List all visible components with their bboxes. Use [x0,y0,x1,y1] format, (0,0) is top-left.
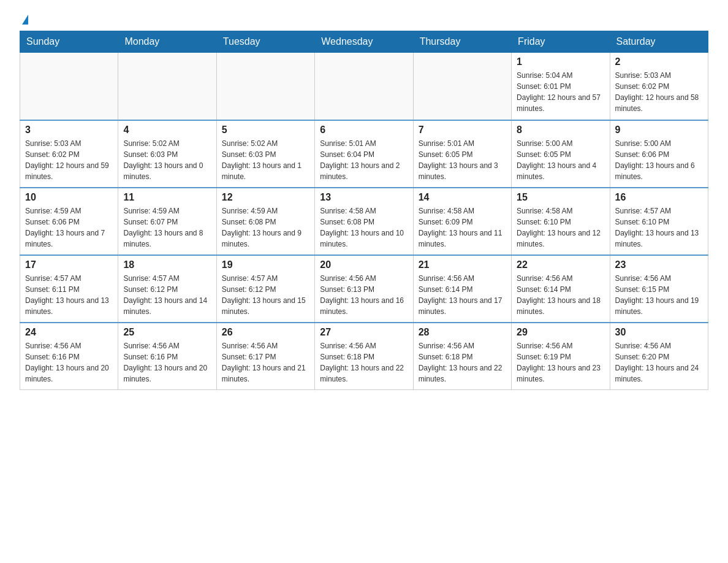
day-info: Sunrise: 5:00 AM Sunset: 6:05 PM Dayligh… [517,138,604,182]
calendar-cell: 25Sunrise: 4:56 AM Sunset: 6:16 PM Dayli… [118,323,216,390]
weekday-header-wednesday: Wednesday [315,31,413,53]
day-number: 28 [419,327,506,338]
calendar-cell [413,53,511,120]
day-info: Sunrise: 4:56 AM Sunset: 6:14 PM Dayligh… [517,273,604,317]
day-number: 13 [320,192,408,203]
calendar-cell: 15Sunrise: 4:58 AM Sunset: 6:10 PM Dayli… [512,188,610,255]
day-number: 1 [517,56,604,67]
weekday-header-monday: Monday [118,31,216,53]
day-info: Sunrise: 4:58 AM Sunset: 6:09 PM Dayligh… [419,205,506,250]
calendar-cell: 13Sunrise: 4:58 AM Sunset: 6:08 PM Dayli… [315,188,413,255]
day-info: Sunrise: 5:02 AM Sunset: 6:03 PM Dayligh… [222,138,309,182]
calendar-cell: 14Sunrise: 4:58 AM Sunset: 6:09 PM Dayli… [413,188,511,255]
calendar-cell: 1Sunrise: 5:04 AM Sunset: 6:01 PM Daylig… [512,53,610,120]
calendar-cell [20,53,118,120]
day-number: 22 [517,259,604,270]
day-number: 27 [320,327,408,338]
calendar-cell: 4Sunrise: 5:02 AM Sunset: 6:03 PM Daylig… [118,120,216,188]
calendar-cell: 6Sunrise: 5:01 AM Sunset: 6:04 PM Daylig… [315,120,413,188]
calendar-cell: 12Sunrise: 4:59 AM Sunset: 6:08 PM Dayli… [216,188,314,255]
calendar-table: SundayMondayTuesdayWednesdayThursdayFrid… [20,31,708,390]
calendar-cell: 16Sunrise: 4:57 AM Sunset: 6:10 PM Dayli… [610,188,708,255]
day-info: Sunrise: 4:59 AM Sunset: 6:07 PM Dayligh… [123,205,211,250]
page-header [20,15,708,25]
calendar-cell: 26Sunrise: 4:56 AM Sunset: 6:17 PM Dayli… [216,323,314,390]
calendar-cell: 7Sunrise: 5:01 AM Sunset: 6:05 PM Daylig… [413,120,511,188]
day-info: Sunrise: 5:03 AM Sunset: 6:02 PM Dayligh… [615,70,703,114]
calendar-cell: 11Sunrise: 4:59 AM Sunset: 6:07 PM Dayli… [118,188,216,255]
day-number: 25 [123,327,211,338]
day-info: Sunrise: 4:57 AM Sunset: 6:12 PM Dayligh… [123,273,211,317]
calendar-cell [118,53,216,120]
day-info: Sunrise: 4:57 AM Sunset: 6:10 PM Dayligh… [615,205,703,250]
day-number: 5 [222,124,309,136]
day-number: 3 [25,124,113,136]
calendar-cell [315,53,413,120]
day-info: Sunrise: 5:01 AM Sunset: 6:04 PM Dayligh… [320,138,408,182]
calendar-cell: 28Sunrise: 4:56 AM Sunset: 6:18 PM Dayli… [413,323,511,390]
weekday-header-saturday: Saturday [610,31,708,53]
calendar-cell: 21Sunrise: 4:56 AM Sunset: 6:14 PM Dayli… [413,255,511,323]
day-number: 15 [517,192,604,203]
calendar-cell: 30Sunrise: 4:56 AM Sunset: 6:20 PM Dayli… [610,323,708,390]
calendar-week-row: 24Sunrise: 4:56 AM Sunset: 6:16 PM Dayli… [20,323,708,390]
day-number: 23 [615,259,703,270]
day-number: 10 [25,192,113,203]
calendar-cell: 17Sunrise: 4:57 AM Sunset: 6:11 PM Dayli… [20,255,118,323]
calendar-body: 1Sunrise: 5:04 AM Sunset: 6:01 PM Daylig… [20,53,708,390]
day-info: Sunrise: 4:56 AM Sunset: 6:18 PM Dayligh… [419,340,506,385]
day-number: 24 [25,327,113,338]
day-info: Sunrise: 4:56 AM Sunset: 6:18 PM Dayligh… [320,340,408,385]
calendar-cell: 22Sunrise: 4:56 AM Sunset: 6:14 PM Dayli… [512,255,610,323]
day-number: 7 [419,124,506,136]
day-number: 19 [222,259,309,270]
logo [20,15,28,25]
day-info: Sunrise: 4:57 AM Sunset: 6:12 PM Dayligh… [222,273,309,317]
day-info: Sunrise: 4:56 AM Sunset: 6:16 PM Dayligh… [123,340,211,385]
weekday-header-row: SundayMondayTuesdayWednesdayThursdayFrid… [20,31,708,53]
day-info: Sunrise: 4:56 AM Sunset: 6:14 PM Dayligh… [419,273,506,317]
day-info: Sunrise: 4:58 AM Sunset: 6:08 PM Dayligh… [320,205,408,250]
calendar-cell: 9Sunrise: 5:00 AM Sunset: 6:06 PM Daylig… [610,120,708,188]
day-number: 26 [222,327,309,338]
calendar-cell: 10Sunrise: 4:59 AM Sunset: 6:06 PM Dayli… [20,188,118,255]
day-info: Sunrise: 5:03 AM Sunset: 6:02 PM Dayligh… [25,138,113,182]
day-number: 9 [615,124,703,136]
calendar-cell: 18Sunrise: 4:57 AM Sunset: 6:12 PM Dayli… [118,255,216,323]
day-info: Sunrise: 4:56 AM Sunset: 6:19 PM Dayligh… [517,340,604,385]
calendar-week-row: 3Sunrise: 5:03 AM Sunset: 6:02 PM Daylig… [20,120,708,188]
day-number: 17 [25,259,113,270]
day-info: Sunrise: 4:56 AM Sunset: 6:17 PM Dayligh… [222,340,309,385]
day-info: Sunrise: 4:59 AM Sunset: 6:06 PM Dayligh… [25,205,113,250]
day-info: Sunrise: 5:04 AM Sunset: 6:01 PM Dayligh… [517,70,604,114]
calendar-week-row: 1Sunrise: 5:04 AM Sunset: 6:01 PM Daylig… [20,53,708,120]
day-number: 2 [615,56,703,67]
day-number: 4 [123,124,211,136]
calendar-cell: 27Sunrise: 4:56 AM Sunset: 6:18 PM Dayli… [315,323,413,390]
day-number: 6 [320,124,408,136]
calendar-cell: 3Sunrise: 5:03 AM Sunset: 6:02 PM Daylig… [20,120,118,188]
day-number: 14 [419,192,506,203]
calendar-cell: 24Sunrise: 4:56 AM Sunset: 6:16 PM Dayli… [20,323,118,390]
calendar-header: SundayMondayTuesdayWednesdayThursdayFrid… [20,31,708,53]
calendar-cell: 19Sunrise: 4:57 AM Sunset: 6:12 PM Dayli… [216,255,314,323]
day-info: Sunrise: 4:58 AM Sunset: 6:10 PM Dayligh… [517,205,604,250]
day-number: 30 [615,327,703,338]
calendar-cell: 23Sunrise: 4:56 AM Sunset: 6:15 PM Dayli… [610,255,708,323]
day-info: Sunrise: 4:59 AM Sunset: 6:08 PM Dayligh… [222,205,309,250]
weekday-header-sunday: Sunday [20,31,118,53]
day-info: Sunrise: 4:56 AM Sunset: 6:20 PM Dayligh… [615,340,703,385]
day-info: Sunrise: 4:56 AM Sunset: 6:13 PM Dayligh… [320,273,408,317]
day-number: 16 [615,192,703,203]
day-info: Sunrise: 5:00 AM Sunset: 6:06 PM Dayligh… [615,138,703,182]
calendar-cell: 5Sunrise: 5:02 AM Sunset: 6:03 PM Daylig… [216,120,314,188]
weekday-header-friday: Friday [512,31,610,53]
day-number: 12 [222,192,309,203]
day-number: 8 [517,124,604,136]
day-number: 29 [517,327,604,338]
weekday-header-tuesday: Tuesday [216,31,314,53]
calendar-week-row: 17Sunrise: 4:57 AM Sunset: 6:11 PM Dayli… [20,255,708,323]
calendar-cell: 2Sunrise: 5:03 AM Sunset: 6:02 PM Daylig… [610,53,708,120]
calendar-week-row: 10Sunrise: 4:59 AM Sunset: 6:06 PM Dayli… [20,188,708,255]
weekday-header-thursday: Thursday [413,31,511,53]
